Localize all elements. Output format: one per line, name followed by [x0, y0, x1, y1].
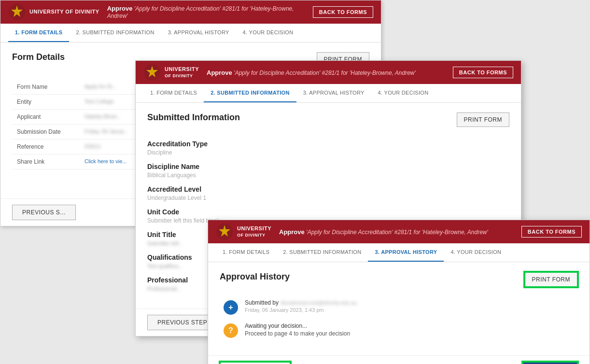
- print-form-btn-2[interactable]: PRINT FORM: [457, 112, 509, 127]
- tab-submitted-info-3[interactable]: 2. SUBMITTED INFORMATION: [276, 243, 368, 262]
- tab-your-decision-2[interactable]: 4. YOUR DECISION: [371, 84, 435, 102]
- university-name-2: UNIVERSITYOF DIVINITY: [165, 66, 199, 79]
- header-bar-1: UNIVERSITY OF DIVINITY Approve 'Apply fo…: [0, 0, 381, 24]
- timeline-content-submitted: Submitted by disciplineaccred@divinity.e…: [245, 299, 574, 313]
- print-form-btn-3[interactable]: PRINT FORM: [524, 272, 578, 287]
- field-value: Biblical Languages: [147, 172, 509, 179]
- timeline-date-submitted: Friday, 06 January 2023, 1:43 pm: [245, 307, 574, 313]
- timeline-main-submitted: Submitted by disciplineaccred@divinity.e…: [245, 299, 574, 306]
- nav-buttons-3: PREVIOUS STEP NEXT STEP: [208, 355, 590, 364]
- tab-approval-history-3[interactable]: 3. APPROVAL HISTORY: [368, 243, 444, 262]
- header-bar-3: UNIVERSITYOF DIVINITY Approve 'Apply for…: [208, 220, 590, 243]
- field-label: Discipline Name: [147, 163, 509, 170]
- field-label: Form Name: [12, 80, 80, 95]
- tabs-bar-3: 1. FORM DETAILS 2. SUBMITTED INFORMATION…: [208, 243, 590, 262]
- field-label: Accreditation Type: [147, 140, 509, 148]
- field-value: Discipline: [147, 149, 509, 156]
- approve-label-2: Approve: [207, 69, 234, 76]
- section-header-2: Submitted Information PRINT FORM: [147, 112, 509, 130]
- logo-2: UNIVERSITYOF DIVINITY: [143, 64, 199, 81]
- timeline-sub-awaiting: Proceed to page 4 to make your decision: [245, 330, 574, 337]
- tab-form-details-3[interactable]: 1. FORM DETAILS: [216, 243, 276, 262]
- tabs-bar-2: 1. FORM DETAILS 2. SUBMITTED INFORMATION…: [136, 84, 521, 103]
- university-logo-1: [8, 3, 26, 21]
- university-logo-3: [216, 223, 233, 240]
- header-title-1: Approve 'Apply for Discipline Accreditat…: [107, 5, 313, 19]
- tab-form-details-2[interactable]: 1. FORM DETAILS: [143, 84, 204, 102]
- field-group-accredited-level: Accredited Level Undergraduate Level 1: [147, 185, 509, 201]
- previous-step-btn-2[interactable]: PREVIOUS STEP: [147, 315, 217, 330]
- previous-step-btn-1[interactable]: PREVIOUS S...: [12, 205, 76, 220]
- timeline-item-awaiting: ? Awaiting your decision... Proceed to p…: [224, 322, 574, 338]
- section-title-2: Submitted Information: [147, 112, 240, 123]
- logo-3: UNIVERSITYOF DIVINITY: [216, 223, 271, 240]
- university-name-1: UNIVERSITY OF DIVINITY: [29, 9, 99, 15]
- field-label: Unit Code: [147, 208, 509, 216]
- tab-your-decision-1[interactable]: 4. YOUR DECISION: [236, 24, 300, 42]
- logo-1: UNIVERSITY OF DIVINITY: [8, 3, 99, 21]
- approve-label-3: Approve: [279, 228, 306, 236]
- tabs-bar-1: 1. FORM DETAILS 2. SUBMITTED INFORMATION…: [0, 24, 381, 42]
- approval-timeline: + Submitted by disciplineaccred@divinity…: [220, 299, 578, 338]
- timeline-item-submitted: + Submitted by disciplineaccred@divinity…: [224, 299, 574, 315]
- next-step-btn-3[interactable]: NEXT STEP: [522, 362, 578, 364]
- previous-step-btn-3[interactable]: PREVIOUS STEP: [220, 362, 291, 364]
- field-label: Reference: [12, 140, 80, 154]
- university-logo-2: [143, 64, 161, 81]
- form-ref-3: 'Apply for Discipline Accreditation' #28…: [306, 229, 488, 236]
- content-area-3: Approval History PRINT FORM + Submitted …: [208, 262, 590, 355]
- back-to-forms-btn-1[interactable]: BACK TO FORMS: [313, 6, 373, 18]
- form-ref-2: 'Apply for Discipline Accreditation' #28…: [234, 70, 415, 76]
- section-header-3: Approval History PRINT FORM: [220, 272, 578, 290]
- tab-submitted-info-1[interactable]: 2. SUBMITTED INFORMATION: [69, 24, 161, 42]
- field-label: Submission Date: [12, 125, 80, 140]
- back-to-forms-btn-3[interactable]: BACK TO FORMS: [521, 226, 582, 238]
- header-title-2: Approve 'Apply for Discipline Accreditat…: [207, 69, 453, 76]
- submitted-icon: +: [224, 300, 238, 315]
- approve-label-1: Approve: [107, 5, 133, 12]
- timeline-main-awaiting: Awaiting your decision...: [245, 322, 574, 329]
- field-group-discipline-name: Discipline Name Biblical Languages: [147, 163, 509, 179]
- header-title-3: Approve 'Apply for Discipline Accreditat…: [279, 228, 521, 236]
- tab-your-decision-3[interactable]: 4. YOUR DECISION: [444, 243, 508, 262]
- tab-form-details-1[interactable]: 1. FORM DETAILS: [8, 24, 69, 42]
- field-label: Accredited Level: [147, 185, 509, 193]
- field-label: Applicant: [12, 110, 80, 125]
- university-name-3: UNIVERSITYOF DIVINITY: [237, 225, 271, 238]
- tab-submitted-info-2[interactable]: 2. SUBMITTED INFORMATION: [204, 84, 296, 102]
- header-bar-2: UNIVERSITYOF DIVINITY Approve 'Apply for…: [136, 61, 521, 84]
- field-group-accreditation-type: Accreditation Type Discipline: [147, 140, 509, 156]
- timeline-content-awaiting: Awaiting your decision... Proceed to pag…: [245, 322, 574, 337]
- back-to-forms-btn-2[interactable]: BACK TO FORMS: [453, 67, 513, 78]
- tab-approval-history-2[interactable]: 3. APPROVAL HISTORY: [296, 84, 371, 102]
- field-label: Entity: [12, 95, 80, 110]
- field-value: Undergraduate Level 1: [147, 195, 509, 201]
- section-title-3: Approval History: [220, 272, 290, 282]
- window-approval-history: UNIVERSITYOF DIVINITY Approve 'Apply for…: [208, 220, 590, 364]
- tab-approval-history-1[interactable]: 3. APPROVAL HISTORY: [161, 24, 236, 42]
- form-ref-1: 'Apply for Discipline Accreditation' #28…: [107, 5, 294, 19]
- section-title-1: Form Details: [12, 52, 65, 62]
- awaiting-icon: ?: [224, 323, 238, 338]
- field-label: Share Link: [12, 154, 80, 169]
